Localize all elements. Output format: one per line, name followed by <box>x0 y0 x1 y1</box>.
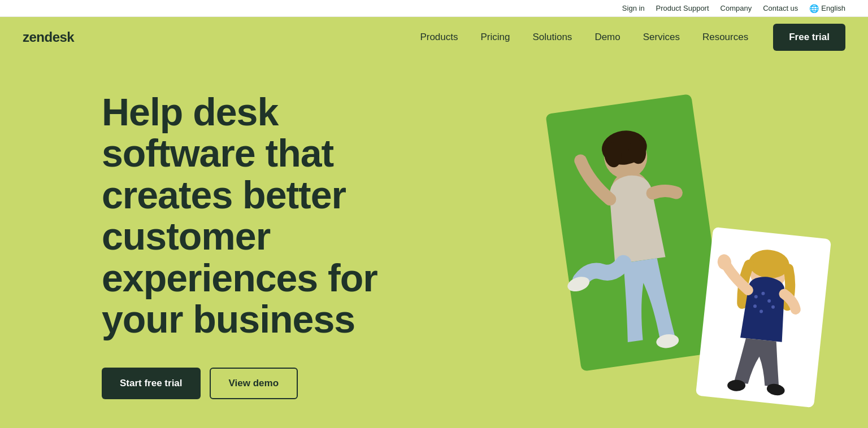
nav-item-pricing: Pricing <box>469 27 521 47</box>
nav-link-resources[interactable]: Resources <box>691 27 760 47</box>
sign-in-link[interactable]: Sign in <box>622 4 645 12</box>
globe-icon: 🌐 <box>809 4 819 13</box>
view-demo-button[interactable]: View demo <box>210 368 298 399</box>
nav-link-demo[interactable]: Demo <box>583 27 631 47</box>
hero-illustration <box>495 75 834 419</box>
nav-link-services[interactable]: Services <box>632 27 691 47</box>
hero-buttons: Start free trial View demo <box>102 368 396 399</box>
nav-link-pricing[interactable]: Pricing <box>469 27 521 47</box>
language-selector[interactable]: 🌐 English <box>809 4 845 13</box>
logo[interactable]: zendesk <box>23 29 74 45</box>
nav-link-products[interactable]: Products <box>409 27 469 47</box>
free-trial-button[interactable]: Free trial <box>773 24 845 51</box>
nav-links: Products Pricing Solutions Demo Services… <box>409 27 760 47</box>
utility-bar: Sign in Product Support Company Contact … <box>0 0 868 17</box>
contact-us-link[interactable]: Contact us <box>763 4 798 12</box>
start-free-trial-button[interactable]: Start free trial <box>102 368 201 399</box>
nav-item-services: Services <box>632 27 691 47</box>
hero-headline: Help desk software that creates better c… <box>102 91 396 340</box>
product-support-link[interactable]: Product Support <box>656 4 709 12</box>
nav-item-products: Products <box>409 27 469 47</box>
nav-link-solutions[interactable]: Solutions <box>521 27 583 47</box>
company-link[interactable]: Company <box>721 4 752 12</box>
hero-content: Help desk software that creates better c… <box>102 91 396 399</box>
nav-item-solutions: Solutions <box>521 27 583 47</box>
language-label: English <box>821 4 845 12</box>
main-nav: zendesk Products Pricing Solutions Demo … <box>0 17 868 58</box>
nav-item-resources: Resources <box>691 27 760 47</box>
hero-section: Help desk software that creates better c… <box>0 58 868 428</box>
nav-item-demo: Demo <box>583 27 631 47</box>
